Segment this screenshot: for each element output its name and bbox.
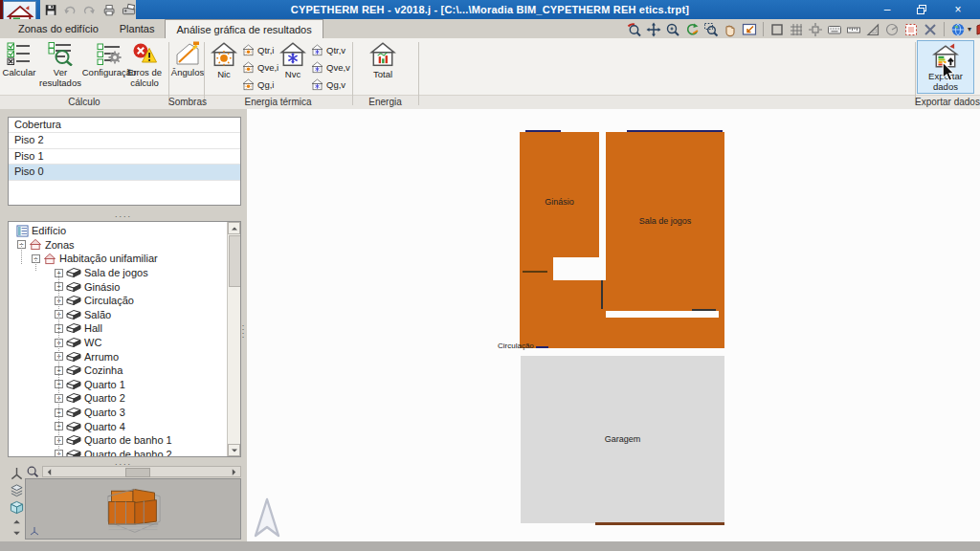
tree-node-room[interactable]: + Ginásio: [9, 279, 240, 294]
layout-template-icon[interactable]: [903, 22, 919, 37]
ver-resultados-button[interactable]: Ver resultados: [38, 40, 82, 94]
save-icon[interactable]: [44, 3, 57, 17]
tab-analise-grafica[interactable]: Análise gráfica de resultados: [165, 19, 323, 38]
qtr-v-button[interactable]: Qtr,v: [311, 42, 345, 58]
print-icon[interactable]: [102, 3, 116, 17]
building-3d-model: [97, 480, 169, 538]
redo-icon[interactable]: [82, 3, 96, 17]
tree-node-room[interactable]: + Quarto de banho 2: [9, 448, 240, 458]
scroll-thumb[interactable]: [125, 468, 150, 477]
web-globe-icon[interactable]: [950, 22, 966, 37]
bottom-strip: [0, 541, 980, 551]
tree-node-room[interactable]: + Salão: [9, 308, 240, 322]
axes-icon[interactable]: [10, 466, 24, 480]
room-ginasio[interactable]: [520, 132, 599, 257]
preview-3d-viewport[interactable]: [25, 478, 241, 540]
close-button[interactable]: ×: [947, 3, 969, 16]
tree-node-room[interactable]: + Arrumo: [9, 349, 240, 364]
tree-node-room[interactable]: + Hall: [9, 321, 240, 336]
grid-icon[interactable]: [789, 22, 804, 37]
nvc-button[interactable]: Nvc: [277, 40, 309, 94]
tree-scrollbar[interactable]: [227, 222, 240, 456]
tree-node-room[interactable]: + Quarto 2: [9, 391, 240, 406]
group-label-exportar-dados: Exportar dados: [915, 96, 980, 108]
room-garagem[interactable]: [521, 356, 724, 523]
preview-hscrollbar[interactable]: [42, 466, 241, 477]
room-icon: [66, 449, 81, 457]
horizontal-splitter[interactable]: ....: [0, 211, 247, 218]
house-snowflake-icon: [311, 44, 323, 56]
floor-row-cobertura[interactable]: Cobertura: [9, 118, 240, 133]
tab-zonas-do-edificio[interactable]: Zonas do edifício: [8, 19, 109, 38]
keyboard-entry-icon[interactable]: [827, 22, 842, 37]
tab-plantas[interactable]: Plantas: [109, 19, 166, 38]
tree-node-habitacao-unifamiliar[interactable]: − Habitação unifamiliar: [9, 252, 240, 266]
chevron-down-icon[interactable]: ▾: [968, 25, 971, 33]
qg-i-button[interactable]: Qg,i: [242, 77, 274, 93]
minimize-button[interactable]: –: [877, 3, 898, 16]
room-ginasio-lower[interactable]: [520, 257, 553, 280]
set-square-icon[interactable]: [865, 22, 880, 37]
zoom-extents-icon[interactable]: [646, 22, 661, 37]
tree-node-room[interactable]: + Circulação: [9, 294, 240, 308]
qtr-i-button[interactable]: Qtr,i: [242, 42, 274, 58]
scroll-down-arrow[interactable]: [228, 444, 240, 456]
room-icon: [66, 281, 81, 293]
tree-node-edificio[interactable]: Edifício: [9, 224, 240, 238]
tree-node-room[interactable]: + Cozinha: [9, 364, 240, 378]
erros-de-calculo-button[interactable]: Erros de cálculo: [122, 40, 167, 94]
floor-row-piso2[interactable]: Piso 2: [9, 133, 240, 148]
pan-icon[interactable]: [723, 22, 738, 37]
qve-i-button[interactable]: Qve,i: [242, 59, 278, 76]
floor-row-piso1[interactable]: Piso 1: [9, 149, 240, 165]
zoom-window-icon[interactable]: [703, 22, 719, 37]
group-label-sombras: Sombras: [168, 96, 204, 108]
redraw-icon[interactable]: [684, 22, 700, 37]
room-sala-de-jogos[interactable]: [606, 132, 724, 311]
tree-node-room[interactable]: + Quarto 4: [9, 419, 240, 433]
house-sun-icon: [211, 41, 237, 68]
scroll-thumb[interactable]: [229, 235, 241, 287]
zoom-scale-icon[interactable]: [665, 22, 680, 37]
scroll-right-icon[interactable]: [230, 468, 238, 476]
calculate-icon: [7, 41, 32, 66]
ortho-icon[interactable]: [769, 22, 785, 37]
total-button[interactable]: Total: [362, 40, 404, 94]
tools-cross-icon[interactable]: [923, 22, 938, 37]
dimensions-ruler-icon[interactable]: [846, 22, 861, 37]
restore-button[interactable]: [911, 3, 932, 16]
protractor-icon[interactable]: [884, 22, 900, 37]
zoom-icon[interactable]: [26, 465, 39, 478]
snap-icon[interactable]: [808, 22, 823, 37]
room-icon: [66, 407, 81, 418]
angulos-button[interactable]: Ângulos: [172, 40, 203, 94]
room-circulacao-left[interactable]: [520, 280, 606, 348]
qve-v-button[interactable]: Qve,v: [311, 59, 350, 76]
floor-row-piso0[interactable]: Piso 0: [9, 165, 240, 180]
calcular-button[interactable]: Calcular: [2, 40, 36, 94]
tree-node-room[interactable]: + WC: [9, 336, 240, 350]
tree-node-room[interactable]: + Quarto 3: [9, 406, 240, 420]
tree-node-room[interactable]: + Sala de jogos: [9, 266, 240, 280]
scroll-up-arrow[interactable]: [228, 222, 240, 234]
zoom-previous-icon[interactable]: [627, 22, 642, 37]
window-line: [627, 130, 723, 132]
nic-button[interactable]: Nic: [208, 40, 240, 94]
undo-icon[interactable]: [63, 3, 77, 17]
scroll-down-icon[interactable]: [12, 529, 21, 538]
tree-node-zonas[interactable]: − Zonas: [9, 238, 240, 253]
scroll-up-icon[interactable]: [12, 518, 21, 526]
help-book-icon[interactable]: [975, 22, 980, 37]
tree-node-room[interactable]: + Quarto 1: [9, 378, 240, 392]
layers-icon[interactable]: [10, 483, 24, 497]
view-results-icon: [48, 41, 73, 66]
qg-v-button[interactable]: Qg,v: [311, 77, 345, 93]
room-circulacao-bottom[interactable]: [606, 318, 724, 348]
scroll-left-icon[interactable]: [45, 468, 54, 476]
send-view-icon[interactable]: [742, 22, 757, 37]
window-titlebar: CYPETHERM REH - v2018.j - [C:\...\Moradi…: [0, 0, 980, 19]
tree-node-room[interactable]: + Quarto de banho 1: [9, 433, 240, 448]
print-preview-icon[interactable]: [122, 3, 136, 17]
view-3d-icon[interactable]: [10, 500, 24, 515]
preview-3d-panel: [8, 465, 241, 541]
